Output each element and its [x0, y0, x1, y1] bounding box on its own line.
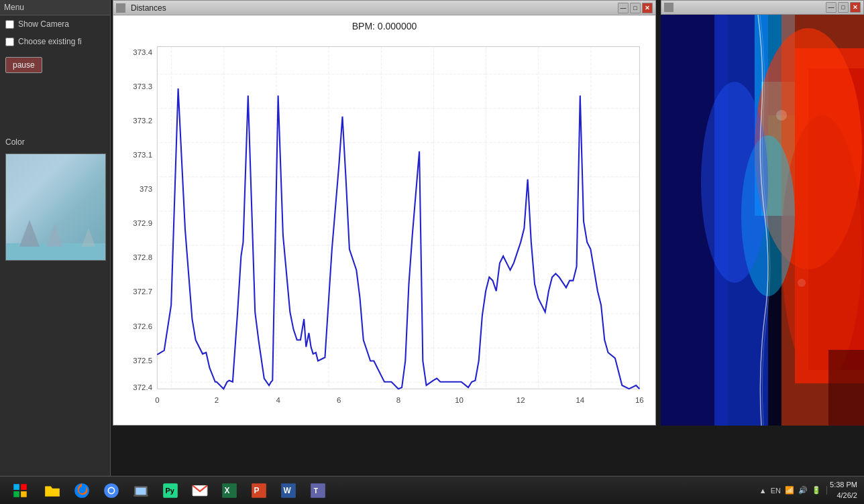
svg-rect-48 [133, 495, 148, 496]
svg-text:0: 0 [155, 396, 159, 404]
start-button[interactable] [3, 478, 37, 503]
distances-titlebar: Distances — □ ✕ [113, 1, 655, 15]
clock-area[interactable]: 5:38 PM 4/26/2 [830, 480, 857, 501]
svg-text:14: 14 [576, 396, 584, 404]
sidebar: Menu Show Camera Choose existing fi paus… [0, 0, 111, 483]
chart-area: 373.4 373.3 373.2 373.1 373 372.9 372.8 … [119, 37, 650, 420]
heatmap-minimize-button[interactable]: — [826, 2, 836, 13]
distances-content: BPM: 0.000000 373.4 373.3 373. [113, 15, 655, 425]
close-button[interactable]: ✕ [642, 3, 653, 13]
minimize-button[interactable]: — [618, 3, 629, 13]
volume-icon: 🔊 [798, 486, 808, 495]
svg-text:372.6: 372.6 [133, 322, 152, 330]
distances-window: Distances — □ ✕ BPM: 0.000000 [113, 0, 656, 426]
heatmap-titlebar: — □ ✕ [661, 0, 864, 15]
choose-existing-label: Choose existing fi [18, 37, 82, 46]
svg-rect-1 [157, 47, 639, 389]
clock-time: 5:38 PM [830, 480, 857, 490]
chart-svg: 373.4 373.3 373.2 373.1 373 372.9 372.8 … [119, 37, 650, 420]
svg-text:373.1: 373.1 [133, 151, 152, 159]
pause-button[interactable]: pause [5, 57, 42, 73]
window-controls: — □ ✕ [618, 3, 653, 13]
show-camera-item[interactable]: Show Camera [0, 15, 110, 33]
tray-chevron[interactable]: ▲ [759, 487, 767, 495]
titlebar-left: Distances [116, 3, 166, 13]
choose-existing-checkbox[interactable] [5, 38, 14, 46]
taskbar-right: ▲ EN 📶 🔊 🔋 5:38 PM 4/26/2 [754, 480, 861, 501]
show-camera-checkbox[interactable] [5, 20, 14, 29]
svg-text:372.7: 372.7 [133, 288, 152, 296]
svg-rect-35 [828, 350, 864, 426]
sidebar-title: Menu [0, 0, 110, 15]
color-label: Color [0, 133, 110, 151]
svg-rect-41 [21, 491, 27, 497]
svg-point-37 [798, 279, 806, 287]
teams-button[interactable]: T [304, 478, 332, 503]
svg-text:16: 16 [635, 396, 644, 404]
camera-shape-3 [82, 228, 95, 247]
svg-text:372.8: 372.8 [133, 253, 152, 261]
svg-text:373.4: 373.4 [133, 48, 152, 56]
svg-text:373.2: 373.2 [133, 117, 152, 125]
svg-rect-38 [13, 484, 19, 490]
svg-text:T: T [314, 487, 319, 495]
svg-point-45 [109, 488, 114, 493]
chrome-button[interactable] [97, 478, 125, 503]
svg-text:8: 8 [396, 396, 400, 404]
svg-rect-40 [13, 491, 19, 497]
heatmap-panel: — □ ✕ [661, 0, 864, 426]
show-camera-label: Show Camera [18, 19, 69, 29]
heatmap-content [661, 15, 864, 426]
maximize-button[interactable]: □ [630, 3, 641, 13]
svg-text:X: X [224, 486, 229, 495]
heatmap-maximize-button[interactable]: □ [838, 2, 849, 13]
taskbar: Py X P W T [0, 476, 864, 504]
choose-existing-item[interactable]: Choose existing fi [0, 33, 110, 50]
pycharm-button[interactable]: Py [156, 478, 184, 503]
word-button[interactable]: W [274, 478, 303, 503]
gmail-button[interactable] [186, 478, 214, 503]
camera-preview [5, 153, 106, 261]
tray-area: ▲ EN 📶 🔊 🔋 [754, 486, 827, 495]
heatmap-svg [661, 15, 864, 426]
clock-date: 4/26/2 [830, 491, 857, 501]
camera-shape-2 [46, 223, 63, 247]
svg-text:Py: Py [165, 487, 174, 495]
svg-point-34 [701, 82, 768, 283]
svg-text:12: 12 [517, 396, 525, 404]
heatmap-window-controls: — □ ✕ [826, 2, 861, 13]
svg-text:P: P [254, 486, 259, 495]
svg-point-36 [776, 110, 787, 121]
svg-text:4: 4 [276, 396, 280, 404]
svg-text:6: 6 [337, 396, 341, 404]
window-icon [116, 3, 125, 13]
firefox-button[interactable] [68, 478, 96, 503]
svg-point-32 [781, 115, 862, 383]
svg-text:2: 2 [215, 396, 219, 404]
svg-text:372.4: 372.4 [133, 383, 152, 391]
camera-shape-1 [19, 220, 40, 247]
excel-button[interactable]: X [215, 478, 244, 503]
svg-text:372.9: 372.9 [133, 219, 152, 227]
svg-text:W: W [283, 486, 291, 495]
file-manager-button[interactable] [38, 478, 66, 503]
heatmap-window-icon [664, 3, 673, 12]
network-icon: 📶 [785, 486, 794, 495]
svg-text:372.5: 372.5 [133, 357, 152, 365]
distances-title: Distances [131, 3, 166, 13]
lang-indicator: EN [771, 487, 781, 495]
powerpoint-button[interactable]: P [245, 478, 273, 503]
svg-rect-47 [136, 487, 146, 495]
battery-icon: 🔋 [812, 486, 821, 495]
svg-rect-39 [21, 484, 27, 490]
explorer-button[interactable] [127, 478, 155, 503]
bpm-label: BPM: 0.000000 [352, 21, 417, 32]
svg-text:373.3: 373.3 [133, 82, 152, 90]
svg-text:10: 10 [455, 396, 464, 404]
heatmap-close-button[interactable]: ✕ [850, 2, 861, 13]
svg-text:373: 373 [140, 185, 152, 193]
